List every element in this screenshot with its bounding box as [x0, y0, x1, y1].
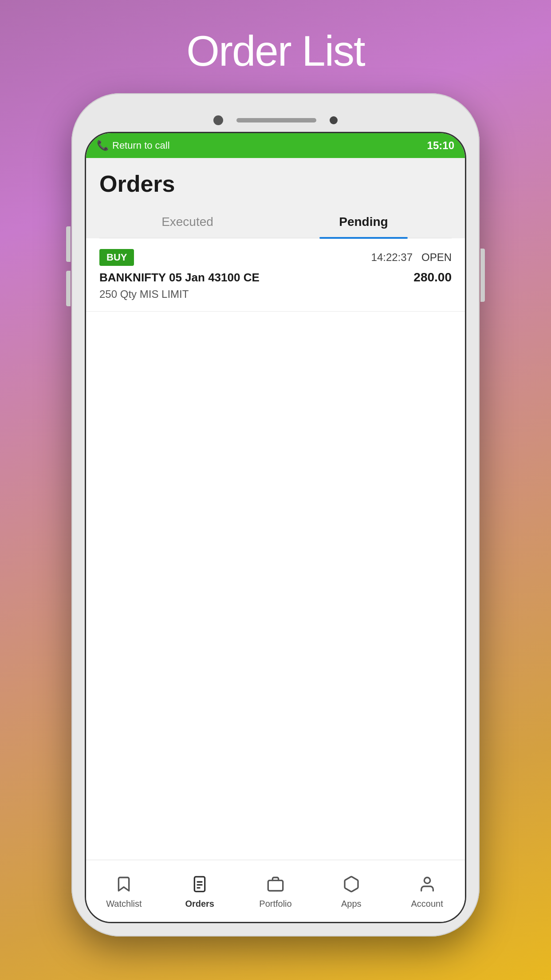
nav-label-orders: Orders: [185, 899, 214, 909]
order-status: OPEN: [421, 251, 452, 264]
apps-icon: [340, 873, 362, 895]
order-item-middle: BANKNIFTY 05 Jan 43100 CE 280.00: [99, 270, 452, 285]
buy-badge: BUY: [99, 249, 134, 266]
app-header: Orders Executed Pending: [86, 158, 465, 238]
tab-bar: Executed Pending: [99, 206, 452, 238]
svg-rect-4: [268, 881, 283, 891]
order-time-status: 14:22:37 OPEN: [371, 251, 452, 264]
tab-pending[interactable]: Pending: [276, 206, 452, 238]
order-price: 280.00: [413, 270, 452, 285]
phone-call-icon: 📞: [97, 140, 109, 151]
side-button-power: [480, 249, 485, 302]
phone-frame: 📞 Return to call 15:10 Orders Executed P…: [71, 93, 480, 937]
tab-executed[interactable]: Executed: [99, 206, 276, 238]
order-list: BUY 14:22:37 OPEN BANKNIFTY 05 Jan 43100…: [86, 238, 465, 860]
speaker-grille: [236, 118, 316, 122]
order-time: 14:22:37: [371, 251, 413, 264]
nav-item-apps[interactable]: Apps: [313, 873, 389, 909]
order-item-top: BUY 14:22:37 OPEN: [99, 249, 452, 266]
order-qty: 250 Qty: [99, 288, 137, 300]
account-icon: [416, 873, 438, 895]
svg-point-5: [424, 877, 430, 883]
side-button-volume-up: [66, 226, 71, 262]
status-bar: 📞 Return to call 15:10: [86, 133, 465, 158]
side-button-volume-down: [66, 271, 71, 306]
page-title: Order List: [186, 27, 364, 75]
order-item-bottom: 250 Qty MIS LIMIT: [99, 288, 452, 300]
nav-label-apps: Apps: [341, 899, 362, 909]
sensor-dot: [330, 116, 338, 124]
bottom-nav: Watchlist Orders: [86, 860, 465, 922]
order-symbol: BANKNIFTY 05 Jan 43100 CE: [99, 271, 260, 285]
status-bar-call: 📞 Return to call: [97, 140, 170, 151]
portfolio-icon: [264, 873, 287, 895]
phone-screen: 📞 Return to call 15:10 Orders Executed P…: [85, 132, 466, 923]
table-row[interactable]: BUY 14:22:37 OPEN BANKNIFTY 05 Jan 43100…: [86, 238, 465, 312]
nav-label-watchlist: Watchlist: [106, 899, 142, 909]
nav-item-portfolio[interactable]: Portfolio: [238, 873, 314, 909]
nav-item-account[interactable]: Account: [389, 873, 465, 909]
orders-icon: [189, 873, 211, 895]
status-time: 15:10: [427, 139, 454, 152]
nav-item-orders[interactable]: Orders: [162, 873, 238, 909]
order-type: MIS LIMIT: [140, 288, 189, 300]
nav-label-portfolio: Portfolio: [259, 899, 291, 909]
nav-item-watchlist[interactable]: Watchlist: [86, 873, 162, 909]
front-camera: [213, 115, 223, 125]
return-to-call-label: Return to call: [112, 140, 170, 151]
phone-top-hardware: [85, 115, 466, 125]
orders-title: Orders: [99, 170, 452, 197]
nav-label-account: Account: [411, 899, 443, 909]
watchlist-icon: [113, 873, 135, 895]
